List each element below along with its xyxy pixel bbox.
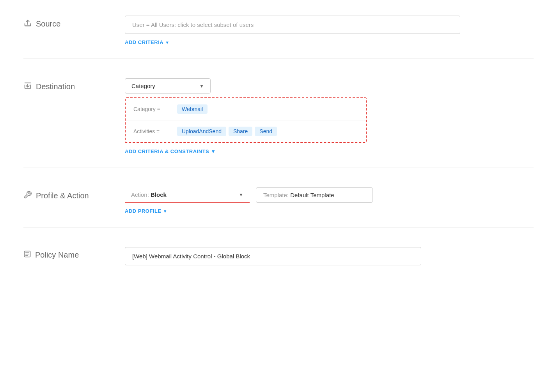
template-box[interactable]: Template: Default Template <box>256 187 373 203</box>
doc-icon <box>23 250 31 260</box>
source-section: Source User = All Users: click to select… <box>23 16 534 59</box>
template-value: Default Template <box>290 192 334 198</box>
activities-criteria-label: Activities = <box>133 128 172 134</box>
add-constraints-chevron: ▼ <box>211 148 216 154</box>
share-tag[interactable]: Share <box>229 127 252 136</box>
policy-name-input[interactable]: [Web] Webmail Activity Control - Global … <box>125 247 421 265</box>
policy-name-content: [Web] Webmail Activity Control - Global … <box>125 247 534 265</box>
action-label: Action: <box>131 191 149 198</box>
add-criteria-constraints-button[interactable]: ADD CRITERIA & CONSTRAINTS ▼ <box>125 147 534 156</box>
add-criteria-label: ADD CRITERIA <box>125 39 163 45</box>
destination-title: Destination <box>36 82 75 91</box>
category-criteria-label: Category = <box>133 106 172 112</box>
action-dropdown[interactable]: Action: Block ▼ <box>125 187 250 203</box>
category-criteria-row: Category = Webmail <box>126 98 366 120</box>
source-placeholder: User = All Users: click to select subset… <box>132 21 254 28</box>
profile-action-title: Profile & Action <box>36 191 89 200</box>
category-dropdown[interactable]: Category ▼ <box>125 78 211 94</box>
template-label: Template: <box>263 192 289 198</box>
activities-criteria-row: Activities = UploadAndSend Share Send <box>126 120 366 142</box>
add-criteria-button[interactable]: ADD CRITERIA ▼ <box>125 38 534 47</box>
send-tag[interactable]: Send <box>255 127 277 136</box>
settings-icon <box>23 191 32 201</box>
add-profile-label: ADD PROFILE <box>125 208 161 214</box>
destination-section: Destination Category ▼ Category = Webmai… <box>23 78 534 168</box>
add-criteria-chevron: ▼ <box>165 40 169 45</box>
add-profile-button[interactable]: ADD PROFILE ▼ <box>125 207 534 215</box>
destination-label: Destination <box>23 78 125 92</box>
policy-name-title: Policy Name <box>35 251 79 260</box>
policy-name-label: Policy Name <box>23 247 125 260</box>
webmail-tag[interactable]: Webmail <box>177 104 208 114</box>
upload-icon <box>23 19 32 29</box>
action-dropdown-arrow: ▼ <box>239 192 243 198</box>
source-content: User = All Users: click to select subset… <box>125 16 534 47</box>
profile-action-row: Action: Block ▼ Template: Default Templa… <box>125 187 534 203</box>
source-input[interactable]: User = All Users: click to select subset… <box>125 16 460 34</box>
source-title: Source <box>36 19 60 28</box>
action-value: Block <box>151 191 167 198</box>
profile-action-section: Profile & Action Action: Block ▼ Templat… <box>23 187 534 228</box>
destination-content: Category ▼ Category = Webmail Activities… <box>125 78 534 156</box>
category-dropdown-arrow: ▼ <box>199 83 204 89</box>
policy-name-section: Policy Name [Web] Webmail Activity Contr… <box>23 247 534 277</box>
download-icon <box>23 81 32 92</box>
profile-action-label: Profile & Action <box>23 187 125 201</box>
source-label: Source <box>23 16 125 29</box>
add-profile-chevron: ▼ <box>163 209 167 214</box>
category-dropdown-label: Category <box>131 83 155 89</box>
add-constraints-label: ADD CRITERIA & CONSTRAINTS <box>125 148 209 154</box>
policy-name-value: [Web] Webmail Activity Control - Global … <box>132 253 250 260</box>
uploadandsend-tag[interactable]: UploadAndSend <box>177 127 226 136</box>
profile-action-content: Action: Block ▼ Template: Default Templa… <box>125 187 534 215</box>
dashed-criteria-box: Category = Webmail Activities = UploadAn… <box>125 97 367 143</box>
